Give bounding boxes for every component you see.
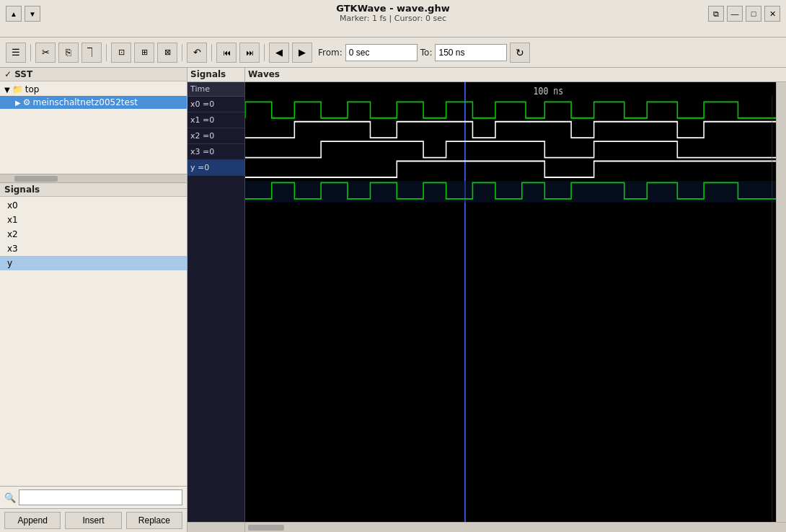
maximize-button[interactable]: □ [746, 6, 761, 22]
sst-header: ✓ SST [0, 68, 187, 81]
y-row-label: y =0 [187, 160, 244, 176]
zoom-area-button[interactable]: ⊞ [134, 43, 154, 63]
scrollbar-left-pad [187, 523, 245, 532]
signal-item-x2[interactable]: x2 [0, 227, 187, 241]
signals-col-header: Signals [187, 68, 245, 81]
signal-names-column: Time x0 =0 x1 =0 x2 =0 x3 =0 y =0 [187, 82, 245, 522]
next-button[interactable]: ▶ [292, 43, 312, 63]
sst-module-label: meinschaltnetz0052test [32, 97, 137, 107]
separator-1 [30, 44, 31, 61]
svg-rect-0 [245, 82, 776, 522]
time-row-label: Time [187, 82, 244, 97]
signal-item-y[interactable]: y [0, 256, 187, 270]
replace-button[interactable]: Replace [126, 512, 182, 529]
expand-icon-2: ▶ [15, 99, 21, 107]
prev-button[interactable]: ◀ [269, 43, 289, 63]
separator-4 [211, 44, 212, 61]
waveform-canvas-area[interactable]: 100 ns [245, 82, 776, 522]
vertical-scrollbar[interactable] [776, 82, 786, 522]
x3-row-label: x3 =0 [187, 144, 244, 160]
search-input[interactable] [19, 489, 182, 505]
x2-row-label: x2 =0 [187, 128, 244, 144]
to-input[interactable] [435, 44, 507, 61]
sst-top-label: top [25, 84, 40, 94]
time-range-group: From: To: [318, 44, 507, 61]
h-scrollbar-thumb [248, 525, 284, 531]
from-input[interactable] [345, 44, 418, 61]
search-bar: 🔍 [0, 486, 187, 508]
expand-icon: ▼ [4, 86, 10, 94]
append-button[interactable]: Append [4, 512, 61, 529]
x0-row-label: x0 =0 [187, 97, 244, 112]
zoom-cursor-button[interactable]: ⊠ [157, 43, 177, 63]
zoom-fit-button[interactable]: ⊡ [111, 43, 131, 63]
restore-button[interactable]: ⧉ [708, 6, 724, 22]
waveform-display: Time x0 =0 x1 =0 x2 =0 x3 =0 y =0 100 ns [187, 82, 786, 522]
horizontal-scrollbar-row [187, 522, 786, 532]
window-controls: ⧉ — □ ✕ [708, 6, 780, 22]
window-subtitle: Marker: 1 fs | Cursor: 0 sec [340, 14, 446, 23]
sst-tree-item-top[interactable]: ▼ 📁 top [0, 83, 187, 96]
from-label: From: [318, 48, 343, 58]
sst-horizontal-scrollbar[interactable] [0, 174, 187, 182]
arrow-up-button[interactable]: ▲ [6, 6, 22, 22]
separator-3 [182, 44, 182, 61]
undo-button[interactable]: ↶ [187, 43, 207, 63]
module-icon: ⚙ [23, 97, 31, 107]
left-panel: ✓ SST ▼ 📁 top ▶ ⚙ meinschaltnetz0052test [0, 68, 187, 532]
arrow-down-button[interactable]: ▼ [25, 6, 40, 22]
copy-button[interactable]: ⎘ [58, 43, 79, 63]
sst-tree: ▼ 📁 top ▶ ⚙ meinschaltnetz0052test [0, 81, 187, 174]
signals-list: x0 x1 x2 x3 y [0, 197, 187, 486]
cut-button[interactable]: ✂ [35, 43, 56, 63]
minimize-button[interactable]: — [727, 6, 743, 22]
sst-tree-item-module[interactable]: ▶ ⚙ meinschaltnetz0052test [0, 96, 187, 109]
separator-5 [264, 44, 265, 61]
goto-start-button[interactable]: ⏮ [216, 43, 237, 63]
toolbar: ☰ ✂ ⎘ ⏋ ⊡ ⊞ ⊠ ↶ ⏮ ⏭ ◀ ▶ From: To: ↻ [0, 37, 786, 68]
separator-2 [106, 44, 107, 61]
close-button[interactable]: ✕ [764, 6, 780, 22]
search-icon: 🔍 [4, 492, 16, 503]
insert-button[interactable]: Insert [65, 512, 121, 529]
refresh-button[interactable]: ↻ [510, 43, 530, 63]
main-area: ✓ SST ▼ 📁 top ▶ ⚙ meinschaltnetz0052test [0, 68, 786, 532]
signal-item-x0[interactable]: x0 [0, 198, 187, 213]
signal-item-x3[interactable]: x3 [0, 241, 187, 256]
waves-col-header: Waves [245, 68, 786, 81]
window-title: GTKWave - wave.ghw [336, 3, 449, 14]
sst-scrollbar-thumb [14, 176, 58, 182]
horizontal-scrollbar[interactable] [245, 523, 786, 532]
menu-button[interactable]: ☰ [6, 43, 26, 63]
svg-text:100 ns: 100 ns [534, 85, 564, 97]
signal-item-x1[interactable]: x1 [0, 213, 187, 227]
right-panel: Signals Waves Time x0 =0 x1 =0 x2 =0 x3 … [187, 68, 786, 532]
signals-section-header: Signals [0, 183, 187, 197]
waves-header-row: Signals Waves [187, 68, 786, 82]
title-bar: ▲ ▼ GTKWave - wave.ghw Marker: 1 fs | Cu… [0, 0, 786, 37]
x1-row-label: x1 =0 [187, 112, 244, 128]
to-label: To: [420, 48, 433, 58]
paste-button[interactable]: ⏋ [81, 43, 102, 63]
signals-section: Signals x0 x1 x2 x3 y 🔍 Append Insert Re… [0, 183, 187, 532]
sst-section: ✓ SST ▼ 📁 top ▶ ⚙ meinschaltnetz0052test [0, 68, 187, 183]
goto-end-button[interactable]: ⏭ [239, 43, 260, 63]
waveform-svg: 100 ns [245, 82, 776, 522]
signal-action-buttons: Append Insert Replace [0, 508, 187, 532]
folder-icon: 📁 [12, 84, 23, 94]
title-bar-arrows: ▲ ▼ [6, 6, 40, 22]
